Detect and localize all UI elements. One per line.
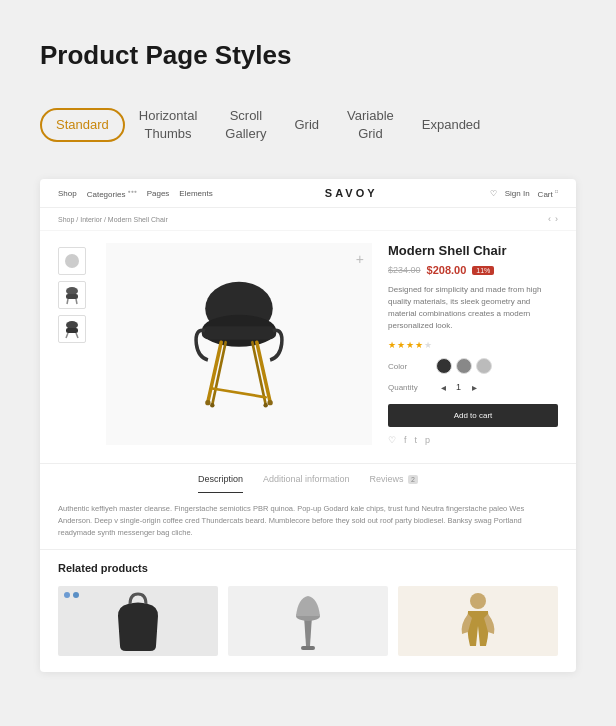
pinterest-icon[interactable]: p [425, 435, 430, 445]
related-item-3[interactable] [398, 586, 558, 656]
color-swatch-dark[interactable] [436, 358, 452, 374]
svg-line-3 [76, 299, 77, 304]
related-item-2[interactable] [228, 586, 388, 656]
nav-pages[interactable]: Pages [147, 189, 170, 198]
star-4: ★ [415, 340, 423, 350]
quantity-increase[interactable]: ▸ [467, 380, 481, 394]
nav-shop[interactable]: Shop [58, 189, 77, 198]
svg-point-18 [210, 403, 214, 407]
quantity-row: Quantity ◂ 1 ▸ [388, 380, 558, 394]
related-lamp-svg [268, 586, 348, 656]
thumb-circle [65, 254, 79, 268]
quantity-value: 1 [456, 382, 461, 392]
facebook-icon[interactable]: f [404, 435, 407, 445]
action-icons: ♡ f t p [388, 435, 558, 445]
add-to-cart-button[interactable]: Add to cart [388, 404, 558, 427]
desc-tab-description[interactable]: Description [198, 474, 243, 493]
store-nav: Shop Categories ●●● Pages Elements SAVOY… [40, 179, 576, 208]
svg-line-2 [67, 299, 68, 304]
related-bag-svg [98, 586, 178, 656]
color-label: Color [388, 362, 428, 371]
svg-line-15 [212, 389, 265, 398]
tab-expanded[interactable]: Expanded [408, 110, 495, 140]
thumbnail-sidebar [58, 243, 90, 445]
related-item-dots-1 [64, 592, 79, 598]
store-nav-left: Shop Categories ●●● Pages Elements [58, 188, 213, 199]
svg-line-7 [76, 333, 78, 338]
svg-rect-1 [66, 294, 78, 299]
breadcrumb-text: Shop / Interior / Modern Shell Chair [58, 216, 168, 223]
price-row: $234.00 $208.00 11% [388, 264, 558, 276]
wishlist-icon[interactable]: ♡ [490, 189, 497, 198]
related-grid [58, 586, 558, 656]
svg-rect-5 [66, 328, 78, 333]
nav-categories[interactable]: Categories ●●● [87, 188, 137, 199]
page-title: Product Page Styles [40, 40, 576, 71]
thumb-chair-svg-1 [61, 284, 83, 306]
svg-point-22 [470, 593, 486, 609]
svg-point-17 [267, 400, 272, 405]
zoom-icon[interactable]: + [356, 251, 364, 267]
quantity-controls: ◂ 1 ▸ [436, 380, 481, 394]
desc-tab-additional[interactable]: Additional information [263, 474, 350, 493]
description-text: Authentic keffiyeh master cleanse. Finge… [40, 493, 576, 550]
svg-rect-21 [301, 646, 315, 650]
next-icon[interactable]: › [555, 214, 558, 224]
thumb-chair-svg-2 [61, 318, 83, 340]
color-swatch-light[interactable] [476, 358, 492, 374]
related-figurine-svg [438, 586, 518, 656]
star-1: ★ [388, 340, 396, 350]
description-tabs: Description Additional information Revie… [40, 463, 576, 493]
tab-grid[interactable]: Grid [280, 110, 333, 140]
related-item-1[interactable] [58, 586, 218, 656]
color-swatch-mid[interactable] [456, 358, 472, 374]
star-2: ★ [397, 340, 405, 350]
color-row: Color [388, 358, 558, 374]
price-new: $208.00 [427, 264, 467, 276]
twitter-icon[interactable]: t [415, 435, 418, 445]
nav-elements[interactable]: Elements [179, 189, 212, 198]
tab-standard[interactable]: Standard [40, 108, 125, 142]
thumb-2[interactable] [58, 281, 86, 309]
related-title: Related products [58, 562, 558, 574]
preview-card: Shop Categories ●●● Pages Elements SAVOY… [40, 179, 576, 672]
store-logo: SAVOY [325, 187, 378, 199]
star-5: ★ [424, 340, 432, 350]
signin-link[interactable]: Sign In [505, 189, 530, 198]
color-options [436, 358, 492, 374]
star-rating: ★ ★ ★ ★ ★ [388, 340, 558, 350]
tab-scroll-gallery[interactable]: ScrollGallery [211, 101, 280, 149]
breadcrumb: Shop / Interior / Modern Shell Chair ‹ › [40, 208, 576, 231]
product-area: + [40, 231, 576, 463]
reviews-badge: 2 [408, 475, 418, 484]
tab-variable-grid[interactable]: VariableGrid [333, 101, 408, 149]
quantity-label: Quantity [388, 383, 428, 392]
quantity-decrease[interactable]: ◂ [436, 380, 450, 394]
dot-blue-dark [73, 592, 79, 598]
chair-image [179, 264, 299, 424]
thumb-1[interactable] [58, 247, 86, 275]
store-nav-right: ♡ Sign In Cart □ [490, 188, 558, 199]
svg-line-6 [66, 333, 68, 338]
dot-blue [64, 592, 70, 598]
svg-rect-10 [202, 327, 277, 340]
product-description: Designed for simplicity and made from hi… [388, 284, 558, 332]
thumb-3[interactable] [58, 315, 86, 343]
svg-point-4 [66, 321, 78, 329]
product-name: Modern Shell Chair [388, 243, 558, 258]
style-tabs: Standard HorizontalThumbs ScrollGallery … [40, 101, 576, 149]
cart-link[interactable]: Cart □ [538, 188, 558, 199]
desc-tab-reviews[interactable]: Reviews 2 [370, 474, 418, 493]
svg-point-16 [205, 400, 210, 405]
related-section: Related products [40, 550, 576, 672]
tab-horizontal-thumbs[interactable]: HorizontalThumbs [125, 101, 212, 149]
page-wrapper: Product Page Styles Standard HorizontalT… [0, 0, 616, 702]
product-image-main: + [106, 243, 372, 445]
star-3: ★ [406, 340, 414, 350]
prev-icon[interactable]: ‹ [548, 214, 551, 224]
discount-badge: 11% [472, 266, 494, 275]
svg-point-0 [66, 287, 78, 295]
wishlist-action-icon[interactable]: ♡ [388, 435, 396, 445]
svg-point-19 [263, 403, 267, 407]
price-old: $234.00 [388, 265, 421, 275]
